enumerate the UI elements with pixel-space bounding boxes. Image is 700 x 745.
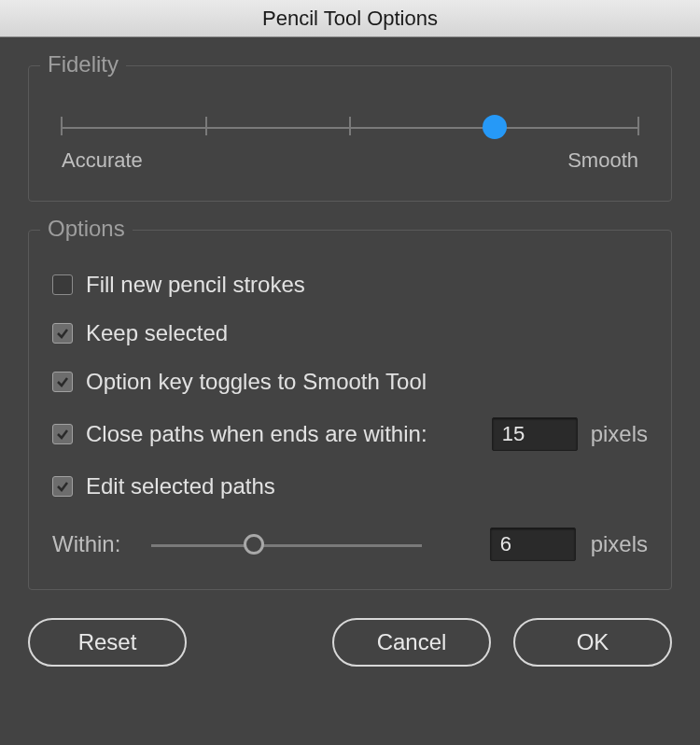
fidelity-tick	[205, 117, 207, 135]
within-row: Within: pixels	[52, 527, 648, 561]
dialog-body: Fidelity Accurate Smooth Options Fill ne…	[0, 37, 700, 695]
within-slider[interactable]	[151, 533, 422, 555]
close-paths-checkbox[interactable]	[52, 424, 73, 444]
keep-selected-row: Keep selected	[52, 320, 648, 346]
within-unit: pixels	[591, 531, 648, 557]
fidelity-max-label: Smooth	[567, 148, 638, 173]
close-paths-unit: pixels	[591, 421, 648, 447]
edit-selected-label: Edit selected paths	[86, 473, 275, 499]
option-key-checkbox[interactable]	[52, 372, 73, 392]
option-key-row: Option key toggles to Smooth Tool	[52, 369, 648, 395]
within-track-line	[151, 544, 422, 547]
close-paths-label: Close paths when ends are within:	[86, 421, 427, 447]
cancel-button[interactable]: Cancel	[332, 618, 491, 667]
keep-selected-checkbox[interactable]	[52, 323, 73, 344]
fidelity-legend: Fidelity	[40, 51, 126, 77]
checkmark-icon	[56, 327, 69, 340]
edit-selected-row: Edit selected paths	[52, 473, 648, 499]
fidelity-tick	[61, 117, 63, 135]
within-label: Within:	[52, 531, 136, 557]
edit-selected-checkbox[interactable]	[52, 476, 73, 497]
window-titlebar: Pencil Tool Options	[0, 0, 700, 37]
fidelity-slider[interactable]	[62, 113, 638, 141]
options-group: Options Fill new pencil strokes Keep sel…	[28, 230, 672, 590]
within-input[interactable]	[490, 527, 576, 561]
ok-button[interactable]: OK	[513, 618, 672, 667]
options-legend: Options	[40, 216, 133, 242]
close-paths-row: Close paths when ends are within: pixels	[52, 417, 648, 451]
reset-button[interactable]: Reset	[28, 618, 187, 667]
checkmark-icon	[56, 428, 69, 441]
fidelity-labels: Accurate Smooth	[62, 148, 638, 173]
close-paths-input[interactable]	[492, 417, 578, 451]
fidelity-slider-thumb[interactable]	[483, 115, 507, 139]
option-key-label: Option key toggles to Smooth Tool	[86, 369, 427, 395]
fidelity-tick	[349, 117, 351, 135]
fidelity-tick	[637, 117, 639, 135]
keep-selected-label: Keep selected	[86, 320, 228, 346]
fidelity-group: Fidelity Accurate Smooth	[28, 65, 672, 202]
window-title: Pencil Tool Options	[262, 7, 438, 31]
within-slider-thumb[interactable]	[244, 534, 264, 555]
dialog-footer: Reset Cancel OK	[28, 618, 672, 667]
fill-new-row: Fill new pencil strokes	[52, 272, 648, 298]
checkmark-icon	[56, 480, 69, 493]
fill-new-checkbox[interactable]	[52, 274, 73, 295]
checkmark-icon	[56, 375, 69, 388]
fidelity-min-label: Accurate	[62, 148, 143, 173]
fill-new-label: Fill new pencil strokes	[86, 272, 305, 298]
